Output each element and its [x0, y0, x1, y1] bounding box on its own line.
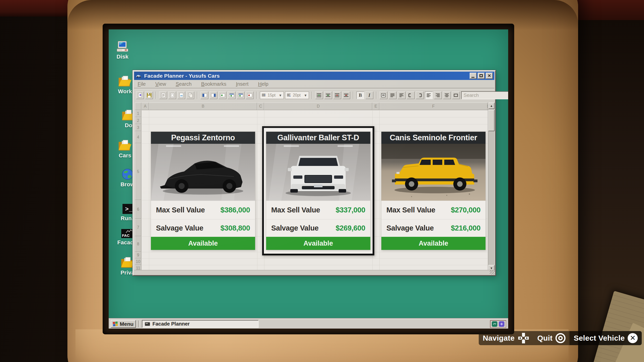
list-red-button[interactable]	[333, 92, 341, 99]
resize-grip[interactable]	[490, 270, 494, 274]
row-header-9[interactable]: 9	[135, 252, 141, 258]
panel-right-button[interactable]	[210, 92, 217, 99]
column-header-f[interactable]: F	[379, 103, 488, 110]
bold-button[interactable]: B	[356, 92, 364, 99]
menu-view[interactable]: View	[155, 81, 166, 87]
vehicle-card-seminole[interactable]: Canis Seminole Frontier	[381, 132, 486, 250]
available-button[interactable]: Available	[266, 237, 370, 250]
align-center-icon	[445, 93, 449, 97]
column-header-a[interactable]: A	[141, 103, 149, 110]
menu-search[interactable]: Search	[176, 81, 191, 87]
window-titlebar[interactable]: Facade Planner - Yusufs Cars ✕	[134, 72, 494, 80]
font-size-combo-2[interactable]: 20pt ▼	[285, 92, 309, 99]
window-bottom-strip	[134, 270, 494, 274]
hud-navigate[interactable]: Navigate	[479, 331, 533, 345]
column-header-b[interactable]: B	[149, 103, 257, 110]
copy-pages-button[interactable]	[186, 92, 194, 99]
maximize-button[interactable]	[478, 73, 485, 79]
indent-button[interactable]	[416, 92, 424, 99]
scroll-up-icon[interactable]: ▲	[488, 103, 495, 109]
align-block-button[interactable]	[452, 92, 460, 99]
gridline	[141, 265, 490, 265]
new-document-icon	[138, 93, 143, 98]
align-left-button[interactable]	[389, 92, 396, 99]
list-green2-button[interactable]	[324, 92, 332, 99]
green-app-icon[interactable]	[492, 321, 497, 327]
taskbar-task-facade-planner[interactable]: Facade Planner	[142, 320, 259, 328]
gridline	[141, 258, 490, 259]
menu-help[interactable]: Help	[258, 81, 268, 87]
italic-button[interactable]: I	[366, 92, 373, 99]
column-header-d[interactable]: D	[264, 103, 372, 110]
row-header-3[interactable]: 3	[135, 124, 141, 131]
row-header-4[interactable]: 4	[135, 131, 141, 143]
panel-red-button[interactable]	[246, 92, 254, 99]
menu-bookmarks[interactable]: Bookmarks	[201, 81, 226, 87]
search-input[interactable]	[464, 93, 508, 98]
column-header-e[interactable]: E	[372, 103, 379, 110]
available-button[interactable]: Available	[381, 237, 486, 250]
max-sell-row: Max Sell Value $337,000	[266, 201, 370, 219]
row-header-5[interactable]: 5	[135, 143, 141, 200]
list-green-icon	[316, 93, 321, 97]
corner-cell[interactable]	[135, 103, 141, 110]
align-left2-button[interactable]	[425, 92, 433, 99]
row-header-7[interactable]: 7	[135, 219, 141, 236]
panel-red-icon	[247, 93, 252, 98]
font-size-combo-1[interactable]: 15pt ▼	[260, 92, 284, 99]
row-header-6[interactable]: 6	[135, 200, 141, 219]
align-center-button[interactable]	[443, 92, 451, 99]
toolbar: 15pt ▼ 20pt ▼ B I	[134, 89, 494, 102]
outdent-button[interactable]	[407, 92, 415, 99]
align-box-button[interactable]	[380, 92, 387, 99]
list-red2-button[interactable]	[342, 92, 350, 99]
minimize-button[interactable]	[470, 73, 477, 79]
hud-quit[interactable]: Quit	[533, 331, 570, 345]
panel-left-button[interactable]	[200, 92, 208, 99]
vehicle-name: Canis Seminole Frontier	[381, 132, 486, 144]
chevron-down-icon: ▼	[304, 94, 307, 97]
computer-icon	[116, 40, 129, 52]
start-menu-button[interactable]: Menu	[111, 320, 136, 328]
close-button[interactable]: ✕	[486, 73, 493, 79]
app-icon	[136, 73, 142, 78]
save-button[interactable]	[145, 92, 153, 99]
list-green-button[interactable]	[315, 92, 323, 99]
salvage-row: Salvage Value $216,000	[381, 219, 486, 237]
panel-topbar-green-button[interactable]	[228, 92, 235, 99]
vehicle-name: Gallivanter Baller ST-D	[266, 132, 370, 144]
outdent-icon	[408, 93, 413, 97]
row-header-8[interactable]: 8	[135, 236, 141, 252]
scrollbar-thumb[interactable]	[488, 110, 495, 131]
page-image-button[interactable]	[177, 92, 185, 99]
align-block-icon	[454, 93, 458, 97]
panel-green-button[interactable]	[219, 92, 226, 99]
list-green2-icon	[326, 93, 331, 97]
vertical-scrollbar[interactable]: ▲ ▼	[488, 103, 494, 272]
available-button[interactable]: Available	[151, 237, 255, 250]
row-header-1[interactable]: 1	[135, 110, 141, 117]
align-left-short-button[interactable]	[398, 92, 406, 99]
menu-insert[interactable]: Insert	[236, 81, 249, 87]
vehicle-card-baller[interactable]: Gallivanter Baller ST-D	[266, 132, 370, 250]
row-header-column: 1 2 3 4 5 6 7 8 9 10 11	[135, 110, 141, 272]
column-header-c[interactable]: C	[257, 103, 264, 110]
purple-app-icon[interactable]	[499, 321, 504, 327]
page-lines-icon	[161, 93, 166, 98]
vehicle-name: Pegassi Zentorno	[151, 132, 255, 144]
row-header-10[interactable]: 10	[135, 258, 141, 265]
menu-file[interactable]: File	[138, 81, 146, 87]
desktop-icon-disk[interactable]: Disk	[110, 40, 135, 60]
align-right-button[interactable]	[434, 92, 442, 99]
max-sell-label: Max Sell Value	[271, 206, 320, 214]
page-select-button[interactable]	[168, 92, 176, 99]
new-document-button[interactable]	[136, 92, 144, 99]
page-lines-button[interactable]	[159, 92, 167, 99]
panel-topbar-green2-button[interactable]	[237, 92, 245, 99]
max-sell-value: $270,000	[451, 206, 480, 214]
toolbar-separator	[353, 92, 354, 99]
vehicle-card-zentorno[interactable]: Pegassi Zentorno	[151, 132, 255, 250]
hud-select-vehicle[interactable]: Select Vehicle ✕	[570, 331, 642, 345]
navigate-label: Navigate	[483, 334, 515, 342]
row-header-2[interactable]: 2	[135, 117, 141, 124]
